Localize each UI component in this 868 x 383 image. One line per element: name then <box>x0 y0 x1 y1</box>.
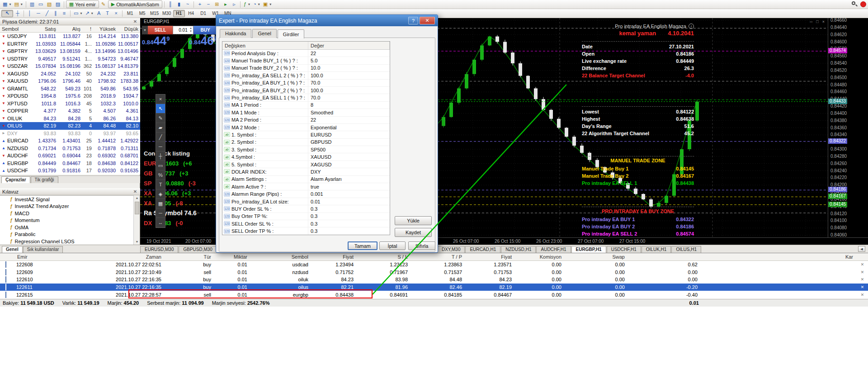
arrows-tool[interactable]: ↗▾ <box>84 9 94 17</box>
chart-tab-gbpusd-m30[interactable]: GBPUSD,M30 <box>179 246 217 253</box>
param-value[interactable]: 10.0 <box>308 65 390 71</box>
channel-tool[interactable]: ∥ <box>52 9 60 17</box>
tab-scroll-left-button[interactable]: ◀ <box>858 246 865 252</box>
timeframe-m1[interactable]: M1 <box>124 10 136 17</box>
help-button[interactable]: ? <box>408 17 418 24</box>
order-row-122609[interactable]: 1226092021.10.27 22:10:49sell0.01nzdusd0… <box>0 269 868 276</box>
terminal-column-10[interactable]: Swap <box>565 254 628 260</box>
param-value[interactable]: 0.3 <box>308 221 390 227</box>
cancel-button[interactable]: İptal <box>379 241 406 250</box>
param-value[interactable]: 0.3 <box>308 228 390 234</box>
order-row-122611[interactable]: 1226112021.10.27 22:16:35buy0.01oilus82.… <box>0 284 868 291</box>
load-button[interactable]: Yükle <box>395 216 432 225</box>
param-row[interactable]: ab4.Symbol :XAUUSD <box>222 153 390 161</box>
param-value[interactable]: 100.0 <box>308 88 390 93</box>
data-window-button[interactable]: ▭ <box>37 0 45 8</box>
param-value[interactable]: 70.0 <box>308 80 390 85</box>
info-icon[interactable]: i <box>689 24 694 29</box>
param-row[interactable]: 123MA 2 Mode :Exponential <box>222 124 390 131</box>
close-position-icon[interactable]: ✕ <box>857 285 868 289</box>
navigator-scrollbar[interactable]: ▲ ▼ <box>133 195 140 245</box>
market-row-xagusd[interactable]: ▼XAGUSD24.05224.1025024.23223.811 <box>0 70 140 78</box>
param-row[interactable]: abAlarm Settings :Alarm Ayarları <box>222 176 390 183</box>
zoom-out-button[interactable]: − <box>204 0 212 8</box>
templates-button[interactable]: ▣▾ <box>262 0 273 8</box>
navigator-tab[interactable]: Sık kullanılanlar <box>23 246 63 253</box>
param-row[interactable]: 123Pro_intraday_EA BUY_1 ( % ) ? :70.0 <box>222 80 390 87</box>
close-button[interactable]: ✕ <box>420 17 435 24</box>
navigator-tab[interactable]: Genel <box>2 246 23 253</box>
param-row[interactable]: ab2. Symbol :GBPUSD <box>222 139 390 146</box>
param-value[interactable]: 8 <box>308 102 390 108</box>
chart-tab-dxy-m30[interactable]: DXY,M30 <box>437 246 465 253</box>
indicators-button[interactable]: ƒ▾ <box>242 0 251 8</box>
chart-tab-eurcad-h1[interactable]: EURCAD,H1 <box>465 246 500 253</box>
close-position-icon[interactable]: ✕ <box>857 270 868 274</box>
minimize-icon[interactable]: ─ <box>810 19 812 24</box>
timeframe-m15[interactable]: M15 <box>149 10 160 17</box>
order-row-122615[interactable]: 1226152021.10.27 22:28:57sell0.01eurgbp0… <box>0 291 868 298</box>
zoom-in-button[interactable]: + <box>196 0 204 8</box>
rectangle-tool-icon[interactable]: ▭ <box>156 161 165 170</box>
terminal-column-1[interactable]: Zaman <box>54 254 165 260</box>
sell-button[interactable]: SELL <box>148 26 173 34</box>
terminal-column-3[interactable]: Miktar <box>215 254 251 260</box>
param-value[interactable]: 0.3 <box>308 206 390 212</box>
market-watch-tab[interactable]: Tik grafiği <box>31 176 58 183</box>
param-row[interactable]: 123Pro_intraday_EA SELL 1 ( % ) ? :70.0 <box>222 94 390 101</box>
notification-badge[interactable] <box>860 1 866 7</box>
param-value[interactable]: Alarm Ayarları <box>308 176 390 182</box>
market-row-oiluk[interactable]: ▼OILUK84.2384.28586.2684.13 <box>0 115 140 123</box>
market-row-copper[interactable]: ▼COPPER4.3774.38254.5074.361 <box>0 107 140 115</box>
volume-arrows-icon[interactable]: ▲▼ <box>189 27 192 33</box>
shapes-tool[interactable]: ▭▾ <box>72 9 83 17</box>
text-tool[interactable]: A <box>95 9 103 17</box>
cursor-tool-icon[interactable]: ↖ <box>156 104 165 113</box>
param-value[interactable]: 100.0 <box>308 73 390 78</box>
market-row-usdtry[interactable]: ▼USDTRY9.495179.512411...9.547239.46747 <box>0 55 140 63</box>
param-value[interactable]: XAGUSD <box>308 162 390 167</box>
expert-properties-dialog[interactable]: Expert - Pro intraday EA English Magaza … <box>216 14 438 253</box>
buy-button[interactable]: BUY <box>193 26 217 34</box>
hline-tool-icon[interactable]: ─ <box>156 142 165 151</box>
param-row[interactable]: 123MA 1 Mode :Smoothed <box>222 109 390 116</box>
ok-button[interactable]: Tamam <box>348 241 377 250</box>
market-row-eurgbp[interactable]: ▲EURGBP0.844490.84467180.846380.84122 <box>0 160 140 167</box>
label-tool[interactable]: T <box>104 9 112 17</box>
dialog-titlebar[interactable]: Expert - Pro intraday EA English Magaza … <box>216 15 438 26</box>
timeframe-m5[interactable]: M5 <box>137 10 148 17</box>
param-row[interactable]: 123SELL Order TP % :0.3 <box>222 227 390 235</box>
eraser-tool-icon[interactable]: ◈ <box>156 189 165 199</box>
param-value[interactable]: 0.01 <box>308 199 390 204</box>
param-row[interactable]: 123Pro_intraday_EA Lot size:0.01 <box>222 198 390 205</box>
new-chart-button[interactable]: ▦▾ <box>1 0 12 8</box>
trendline-tool-icon[interactable]: ╱ <box>156 132 165 142</box>
terminal-column-6[interactable]: S / L <box>357 254 411 260</box>
param-row[interactable]: ab3. Symbol :SP500 <box>222 146 390 153</box>
chart-tab-oilus-h1[interactable]: OILUS,H1 <box>671 246 701 253</box>
market-row-dxy[interactable]: ►DXY93.8393.83093.9793.65 <box>0 130 140 137</box>
chart-tab-audchf-h1[interactable]: AUDCHF,H1 <box>536 246 571 253</box>
param-row[interactable]: 123Alarmın Range (Pips) :0.001 <box>222 190 390 198</box>
close-position-icon[interactable]: ✕ <box>857 293 868 297</box>
market-row-usdjpy[interactable]: ▼USDJPY113.811113.82716114.214113.380 <box>0 33 140 40</box>
market-row-eurcad[interactable]: ▲EURCAD1.433761.43401251.444121.42922 <box>0 137 140 145</box>
navigator-item[interactable]: ƒInvestAZ Signal <box>0 196 134 203</box>
market-row-usdzar[interactable]: ▼USDZAR15.0783415.0819636215.0813714.813… <box>0 62 140 70</box>
close-icon[interactable]: ✕ <box>132 19 138 24</box>
fibonacci-tool[interactable]: ≡ <box>60 9 68 17</box>
market-watch-tab[interactable]: Çaprazlar <box>1 176 30 183</box>
market-row-eurtry[interactable]: ▼EURTRY11.0393311.058441...11.0928611.00… <box>0 40 140 48</box>
market-watch-column-4[interactable]: Yüksek <box>93 26 118 32</box>
line-chart-button[interactable]: ~ <box>184 0 192 8</box>
dialog-tab-genel[interactable]: Genel <box>252 29 276 38</box>
chart-tab-eurusd-m30[interactable]: EURUSD,M30 <box>140 246 178 253</box>
navigator-item[interactable]: ƒOsMA <box>0 224 134 231</box>
navigator-item[interactable]: ƒInvestAZ Trend Analyzer <box>0 203 134 210</box>
param-row[interactable]: 123SELL Order SL % :0.3 <box>222 220 390 227</box>
periods-button[interactable]: ◔▾ <box>252 0 261 8</box>
chart-tab-nzdusd-h1[interactable]: NZDUSD,H1 <box>501 246 536 253</box>
close-position-icon[interactable]: ✕ <box>857 277 868 282</box>
chart-shift-button[interactable]: ▹ <box>230 0 238 8</box>
terminal-column-8[interactable]: Fiyat <box>466 254 515 260</box>
